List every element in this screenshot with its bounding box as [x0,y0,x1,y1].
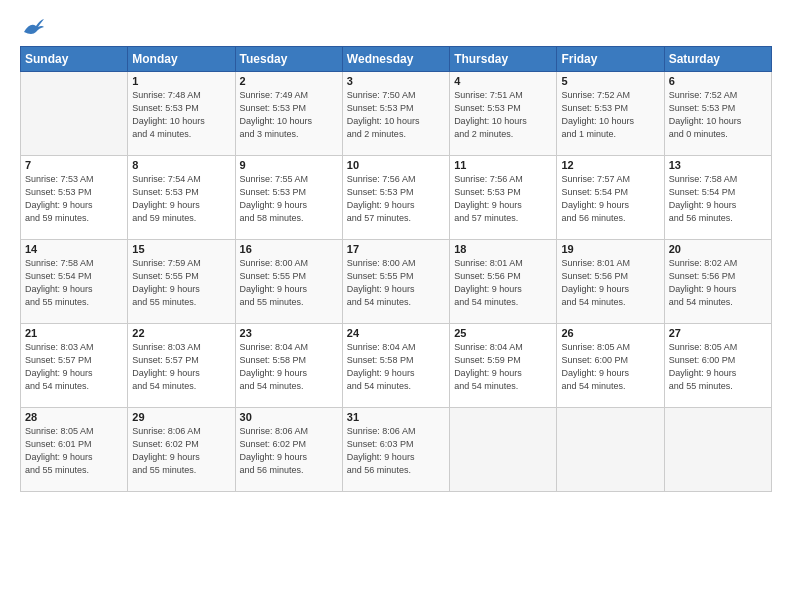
header-day-monday: Monday [128,47,235,72]
header-day-tuesday: Tuesday [235,47,342,72]
calendar-cell: 27Sunrise: 8:05 AMSunset: 6:00 PMDayligh… [664,324,771,408]
header [20,18,772,36]
calendar-cell [21,72,128,156]
calendar-cell: 30Sunrise: 8:06 AMSunset: 6:02 PMDayligh… [235,408,342,492]
day-info: Sunrise: 8:05 AMSunset: 6:00 PMDaylight:… [561,341,659,393]
calendar-cell: 1Sunrise: 7:48 AMSunset: 5:53 PMDaylight… [128,72,235,156]
day-number: 9 [240,159,338,171]
day-info: Sunrise: 8:04 AMSunset: 5:58 PMDaylight:… [347,341,445,393]
calendar-cell: 10Sunrise: 7:56 AMSunset: 5:53 PMDayligh… [342,156,449,240]
day-info: Sunrise: 8:02 AMSunset: 5:56 PMDaylight:… [669,257,767,309]
week-row-2: 14Sunrise: 7:58 AMSunset: 5:54 PMDayligh… [21,240,772,324]
day-info: Sunrise: 7:49 AMSunset: 5:53 PMDaylight:… [240,89,338,141]
header-day-wednesday: Wednesday [342,47,449,72]
day-number: 20 [669,243,767,255]
day-info: Sunrise: 7:51 AMSunset: 5:53 PMDaylight:… [454,89,552,141]
day-number: 8 [132,159,230,171]
header-day-friday: Friday [557,47,664,72]
calendar-cell: 13Sunrise: 7:58 AMSunset: 5:54 PMDayligh… [664,156,771,240]
day-info: Sunrise: 7:57 AMSunset: 5:54 PMDaylight:… [561,173,659,225]
day-number: 7 [25,159,123,171]
day-info: Sunrise: 8:03 AMSunset: 5:57 PMDaylight:… [132,341,230,393]
day-info: Sunrise: 7:48 AMSunset: 5:53 PMDaylight:… [132,89,230,141]
day-number: 4 [454,75,552,87]
day-number: 26 [561,327,659,339]
calendar-body: 1Sunrise: 7:48 AMSunset: 5:53 PMDaylight… [21,72,772,492]
calendar-cell [450,408,557,492]
day-number: 17 [347,243,445,255]
day-info: Sunrise: 7:59 AMSunset: 5:55 PMDaylight:… [132,257,230,309]
calendar-cell: 4Sunrise: 7:51 AMSunset: 5:53 PMDaylight… [450,72,557,156]
calendar-cell: 14Sunrise: 7:58 AMSunset: 5:54 PMDayligh… [21,240,128,324]
day-info: Sunrise: 7:52 AMSunset: 5:53 PMDaylight:… [669,89,767,141]
logo-bird-icon [22,18,44,36]
day-number: 2 [240,75,338,87]
day-number: 14 [25,243,123,255]
day-info: Sunrise: 8:03 AMSunset: 5:57 PMDaylight:… [25,341,123,393]
calendar-table: SundayMondayTuesdayWednesdayThursdayFrid… [20,46,772,492]
header-day-saturday: Saturday [664,47,771,72]
calendar-cell: 12Sunrise: 7:57 AMSunset: 5:54 PMDayligh… [557,156,664,240]
day-number: 16 [240,243,338,255]
day-number: 22 [132,327,230,339]
calendar-cell: 8Sunrise: 7:54 AMSunset: 5:53 PMDaylight… [128,156,235,240]
page: SundayMondayTuesdayWednesdayThursdayFrid… [0,0,792,612]
calendar-cell: 31Sunrise: 8:06 AMSunset: 6:03 PMDayligh… [342,408,449,492]
week-row-1: 7Sunrise: 7:53 AMSunset: 5:53 PMDaylight… [21,156,772,240]
calendar-cell: 2Sunrise: 7:49 AMSunset: 5:53 PMDaylight… [235,72,342,156]
day-info: Sunrise: 8:00 AMSunset: 5:55 PMDaylight:… [347,257,445,309]
day-number: 27 [669,327,767,339]
day-info: Sunrise: 7:55 AMSunset: 5:53 PMDaylight:… [240,173,338,225]
day-number: 30 [240,411,338,423]
calendar-cell: 26Sunrise: 8:05 AMSunset: 6:00 PMDayligh… [557,324,664,408]
day-number: 10 [347,159,445,171]
day-number: 24 [347,327,445,339]
day-number: 15 [132,243,230,255]
calendar-cell: 16Sunrise: 8:00 AMSunset: 5:55 PMDayligh… [235,240,342,324]
day-number: 12 [561,159,659,171]
calendar-cell: 9Sunrise: 7:55 AMSunset: 5:53 PMDaylight… [235,156,342,240]
day-info: Sunrise: 7:53 AMSunset: 5:53 PMDaylight:… [25,173,123,225]
calendar-cell: 23Sunrise: 8:04 AMSunset: 5:58 PMDayligh… [235,324,342,408]
logo [20,18,44,36]
calendar-cell: 28Sunrise: 8:05 AMSunset: 6:01 PMDayligh… [21,408,128,492]
calendar-cell: 25Sunrise: 8:04 AMSunset: 5:59 PMDayligh… [450,324,557,408]
day-info: Sunrise: 7:58 AMSunset: 5:54 PMDaylight:… [25,257,123,309]
day-number: 25 [454,327,552,339]
day-info: Sunrise: 7:56 AMSunset: 5:53 PMDaylight:… [347,173,445,225]
day-info: Sunrise: 7:52 AMSunset: 5:53 PMDaylight:… [561,89,659,141]
calendar-cell: 18Sunrise: 8:01 AMSunset: 5:56 PMDayligh… [450,240,557,324]
day-number: 18 [454,243,552,255]
day-number: 1 [132,75,230,87]
calendar-cell: 15Sunrise: 7:59 AMSunset: 5:55 PMDayligh… [128,240,235,324]
week-row-0: 1Sunrise: 7:48 AMSunset: 5:53 PMDaylight… [21,72,772,156]
calendar-cell: 22Sunrise: 8:03 AMSunset: 5:57 PMDayligh… [128,324,235,408]
day-number: 21 [25,327,123,339]
week-row-4: 28Sunrise: 8:05 AMSunset: 6:01 PMDayligh… [21,408,772,492]
day-number: 11 [454,159,552,171]
day-number: 28 [25,411,123,423]
calendar-header: SundayMondayTuesdayWednesdayThursdayFrid… [21,47,772,72]
calendar-cell: 17Sunrise: 8:00 AMSunset: 5:55 PMDayligh… [342,240,449,324]
day-number: 3 [347,75,445,87]
calendar-cell: 11Sunrise: 7:56 AMSunset: 5:53 PMDayligh… [450,156,557,240]
calendar-cell [664,408,771,492]
calendar-cell: 6Sunrise: 7:52 AMSunset: 5:53 PMDaylight… [664,72,771,156]
header-day-thursday: Thursday [450,47,557,72]
header-day-sunday: Sunday [21,47,128,72]
header-row: SundayMondayTuesdayWednesdayThursdayFrid… [21,47,772,72]
day-info: Sunrise: 8:01 AMSunset: 5:56 PMDaylight:… [454,257,552,309]
day-number: 13 [669,159,767,171]
calendar-cell: 21Sunrise: 8:03 AMSunset: 5:57 PMDayligh… [21,324,128,408]
calendar-cell: 24Sunrise: 8:04 AMSunset: 5:58 PMDayligh… [342,324,449,408]
day-info: Sunrise: 8:05 AMSunset: 6:01 PMDaylight:… [25,425,123,477]
day-info: Sunrise: 8:06 AMSunset: 6:02 PMDaylight:… [132,425,230,477]
day-info: Sunrise: 8:04 AMSunset: 5:59 PMDaylight:… [454,341,552,393]
day-info: Sunrise: 7:54 AMSunset: 5:53 PMDaylight:… [132,173,230,225]
day-number: 6 [669,75,767,87]
day-info: Sunrise: 8:04 AMSunset: 5:58 PMDaylight:… [240,341,338,393]
calendar-cell: 7Sunrise: 7:53 AMSunset: 5:53 PMDaylight… [21,156,128,240]
day-info: Sunrise: 8:06 AMSunset: 6:02 PMDaylight:… [240,425,338,477]
day-number: 23 [240,327,338,339]
calendar-cell: 29Sunrise: 8:06 AMSunset: 6:02 PMDayligh… [128,408,235,492]
